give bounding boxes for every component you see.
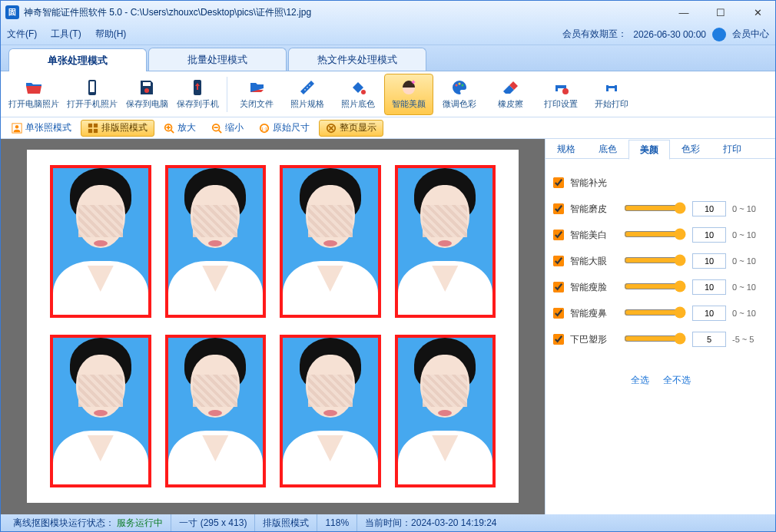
panel-tab-color[interactable]: 色彩 — [670, 139, 711, 159]
status-bar: 离线抠图模块运行状态： 服务运行中 一寸 (295 x 413) 排版照模式 1… — [1, 514, 775, 531]
tab-batch-mode[interactable]: 批量处理模式 — [148, 48, 287, 71]
zoom-out-icon — [211, 123, 222, 134]
slider-eye[interactable] — [624, 254, 686, 266]
slider-nose[interactable] — [624, 306, 686, 319]
eraser-button[interactable]: 橡皮擦 — [486, 74, 535, 115]
spin-nose[interactable] — [692, 306, 726, 321]
save-icon — [136, 78, 158, 97]
status-mode: 排版照模式 — [255, 514, 317, 531]
zoom-in-icon — [164, 123, 174, 134]
zoom-in-button[interactable]: 放大 — [158, 120, 202, 137]
save-pc-button[interactable]: 保存到电脑 — [122, 74, 171, 115]
photo-slot[interactable] — [395, 165, 496, 318]
chk-eye[interactable] — [553, 256, 564, 266]
tab-single-mode[interactable]: 单张处理模式 — [8, 48, 147, 71]
select-all-link[interactable]: 全选 — [631, 374, 649, 387]
chk-whiten[interactable] — [553, 230, 564, 240]
open-pc-button[interactable]: 打开电脑照片 — [5, 74, 62, 115]
status-zoom: 118% — [317, 514, 357, 531]
chk-nose[interactable] — [553, 308, 564, 319]
svg-rect-20 — [94, 128, 98, 132]
photo-spec-button[interactable]: 照片规格 — [283, 74, 332, 115]
spin-chin[interactable] — [692, 332, 726, 347]
close-file-button[interactable]: 关闭文件 — [232, 74, 281, 115]
range-whiten: 0 ~ 10 — [732, 230, 768, 240]
beauty-face-icon — [398, 78, 420, 97]
panel-tab-spec[interactable]: 规格 — [546, 139, 587, 159]
member-center-link[interactable]: 会员中心 — [732, 28, 769, 41]
color-adjust-button[interactable]: 微调色彩 — [435, 74, 484, 115]
lbl-eye: 智能大眼 — [570, 255, 618, 268]
status-offline: 离线抠图模块运行状态： 服务运行中 — [5, 514, 171, 531]
window-title: 神奇智能证件照软件 5.0 - C:\Users\zhouxc\Desktop\… — [24, 6, 671, 19]
svg-rect-2 — [143, 82, 151, 86]
save-phone-button[interactable]: 保存到手机 — [173, 74, 222, 115]
slider-chin[interactable] — [624, 332, 686, 345]
canvas[interactable] — [1, 139, 545, 514]
photo-bg-button[interactable]: 照片底色 — [333, 74, 383, 115]
slider-smooth[interactable] — [624, 202, 686, 214]
phone-icon — [81, 78, 103, 97]
svg-rect-13 — [609, 81, 615, 86]
mode-tabstrip: 单张处理模式 批量处理模式 热文件夹处理模式 — [1, 45, 775, 71]
original-size-button[interactable]: 1:1 原始尺寸 — [253, 120, 316, 137]
svg-rect-14 — [609, 88, 615, 94]
menu-tools[interactable]: 工具(T) — [51, 28, 81, 41]
photo-slot[interactable] — [395, 335, 496, 487]
layout-mode-button[interactable]: 排版照模式 — [81, 120, 154, 137]
smart-beauty-button[interactable]: 智能美颜 — [384, 74, 433, 115]
menu-help[interactable]: 帮助(H) — [95, 28, 127, 41]
minimize-button[interactable]: — — [671, 4, 697, 21]
main-area: 规格 底色 美颜 色彩 打印 智能补光 智能磨皮 0 ~ 10 智能美白 — [1, 139, 775, 514]
maximize-button[interactable]: ☐ — [708, 4, 734, 21]
menu-file[interactable]: 文件(F) — [7, 28, 37, 41]
chk-chin[interactable] — [553, 334, 564, 345]
photo-sheet — [27, 150, 519, 503]
close-button[interactable]: ✕ — [744, 4, 771, 21]
open-phone-button[interactable]: 打开手机照片 — [64, 74, 121, 115]
zoom-out-button[interactable]: 缩小 — [205, 120, 250, 137]
folder-open-icon — [23, 78, 45, 97]
slider-whiten[interactable] — [624, 228, 686, 240]
chk-light[interactable] — [553, 177, 564, 188]
start-print-button[interactable]: 开始打印 — [587, 74, 636, 115]
print-setup-button[interactable]: 打印设置 — [536, 74, 585, 115]
ruler-icon — [297, 78, 318, 97]
spin-slim[interactable] — [692, 279, 726, 295]
chk-smooth[interactable] — [553, 203, 564, 214]
photo-slot[interactable] — [280, 165, 381, 318]
photo-slot[interactable] — [280, 335, 381, 487]
photo-slot[interactable] — [50, 165, 151, 318]
svg-rect-18 — [94, 123, 98, 127]
svg-point-16 — [15, 125, 18, 128]
photo-slot[interactable] — [165, 165, 267, 318]
select-none-link[interactable]: 全不选 — [663, 374, 691, 387]
spin-eye[interactable] — [692, 253, 726, 269]
lbl-slim: 智能瘦脸 — [570, 281, 618, 294]
lbl-whiten: 智能美白 — [570, 229, 618, 242]
row-nose: 智能瘦鼻 0 ~ 10 — [553, 300, 768, 326]
panel-links: 全选 全不选 — [546, 363, 775, 398]
panel-tab-beauty[interactable]: 美颜 — [628, 140, 670, 160]
fit-page-button[interactable]: 整页显示 — [319, 120, 383, 137]
photo-slot[interactable] — [165, 335, 267, 487]
row-chin: 下巴塑形 -5 ~ 5 — [553, 326, 768, 352]
photo-slot[interactable] — [50, 335, 151, 487]
spin-whiten[interactable] — [692, 227, 726, 243]
single-photo-mode-button[interactable]: 单张照模式 — [5, 120, 78, 137]
spin-smooth[interactable] — [692, 201, 726, 216]
tab-hotfolder-mode[interactable]: 热文件夹处理模式 — [288, 48, 426, 71]
chk-slim[interactable] — [553, 282, 564, 292]
panel-tab-bg[interactable]: 底色 — [587, 139, 628, 159]
row-light: 智能补光 — [553, 170, 768, 196]
slider-slim[interactable] — [624, 280, 686, 292]
panel-tab-print[interactable]: 打印 — [711, 139, 753, 159]
membership-label: 会员有效期至： — [562, 28, 627, 41]
svg-point-3 — [144, 88, 149, 93]
range-slim: 0 ~ 10 — [732, 283, 768, 292]
view-bar: 单张照模式 排版照模式 放大 缩小 1:1 原始尺寸 整页显示 — [1, 117, 775, 139]
user-icon — [712, 28, 726, 41]
palette-icon — [449, 78, 470, 97]
svg-point-10 — [462, 84, 464, 87]
printer-gear-icon — [550, 78, 572, 97]
